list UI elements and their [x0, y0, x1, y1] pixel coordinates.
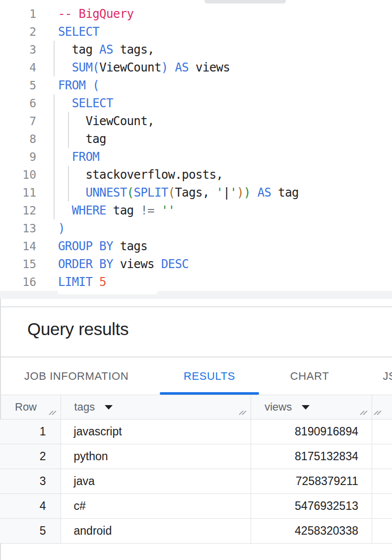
- line-number: 14: [0, 237, 36, 255]
- tags-cell[interactable]: javascript: [61, 420, 252, 444]
- column-resize-handle-icon[interactable]: [374, 410, 382, 416]
- tab-chart[interactable]: CHART: [266, 357, 353, 395]
- code-line[interactable]: 9 FROM: [0, 148, 392, 166]
- views-cell[interactable]: 8175132834: [251, 444, 372, 469]
- line-number: 9: [0, 148, 36, 166]
- column-resize-handle-icon[interactable]: [239, 410, 247, 416]
- line-number: 1: [0, 5, 36, 23]
- code-text: SELECT: [36, 94, 113, 112]
- code-text: UNNEST(SPLIT(Tags, '|')) AS tag: [36, 184, 299, 202]
- row-number-cell[interactable]: 4: [0, 494, 61, 518]
- code-text: FROM (: [36, 76, 99, 94]
- line-number: 5: [0, 76, 36, 94]
- code-line[interactable]: 10 stackoverflow.posts,: [0, 166, 392, 184]
- code-line[interactable]: 1-- BigQuery: [0, 5, 392, 23]
- editor-top-scrollbar-track: [0, 0, 392, 4]
- column-resize-handle-icon[interactable]: [360, 410, 368, 416]
- line-number: 7: [0, 112, 36, 130]
- tab-label: JOB INFORMATION: [24, 370, 129, 383]
- column-header-extra[interactable]: [372, 395, 392, 419]
- line-number: 3: [0, 41, 36, 59]
- column-header-views[interactable]: views: [251, 395, 372, 419]
- editor-bottom-scrollbar-track: [0, 291, 392, 299]
- row-number-cell[interactable]: 2: [0, 444, 61, 469]
- row-number-cell[interactable]: 1: [0, 420, 61, 444]
- tags-cell[interactable]: python: [61, 444, 252, 469]
- results-tab-bar: JOB INFORMATIONRESULTSCHARTJSON: [0, 357, 392, 395]
- line-number: 2: [0, 23, 36, 41]
- table-row: 2python8175132834: [0, 444, 392, 469]
- views-cell[interactable]: 8190916894: [251, 420, 372, 444]
- column-menu-arrow-icon[interactable]: [302, 405, 310, 410]
- tab-job-information[interactable]: JOB INFORMATION: [0, 357, 153, 395]
- indent-guide: [54, 41, 55, 76]
- code-text: ): [36, 219, 65, 237]
- indent-guide: [68, 166, 69, 202]
- line-number: 15: [0, 255, 36, 273]
- views-cell[interactable]: 7258379211: [251, 469, 372, 493]
- line-number: 10: [0, 166, 36, 184]
- indent-guide: [68, 112, 69, 148]
- code-line[interactable]: 8 tag: [0, 130, 392, 148]
- code-line[interactable]: 12 WHERE tag != '': [0, 202, 392, 219]
- results-table: Rowtagsviews 1javascript81909168942pytho…: [0, 395, 392, 544]
- query-results-panel-header: Query results: [0, 306, 392, 357]
- row-number-cell[interactable]: 5: [0, 519, 61, 543]
- line-number: 16: [0, 273, 36, 291]
- divider-gap: [0, 299, 392, 306]
- code-text: FROM: [36, 148, 99, 166]
- code-lines: 1-- BigQuery2SELECT3 tag AS tags,4 SUM(V…: [0, 5, 392, 291]
- line-number: 8: [0, 130, 36, 148]
- table-row: 5android4258320338: [0, 519, 392, 544]
- column-header-label: Row: [15, 401, 37, 414]
- tab-json[interactable]: JSON: [353, 357, 392, 395]
- code-line[interactable]: 14GROUP BY tags: [0, 237, 392, 255]
- tags-cell[interactable]: c#: [61, 494, 252, 518]
- code-line[interactable]: 7 ViewCount,: [0, 112, 392, 130]
- column-header-tags[interactable]: tags: [61, 395, 252, 419]
- code-text: SUM(ViewCount) AS views: [36, 59, 230, 76]
- indent-guide: [54, 94, 55, 219]
- extra-cell: [372, 519, 392, 543]
- line-number: 4: [0, 59, 36, 76]
- table-body: 1javascript81909168942python81751328343j…: [0, 420, 392, 544]
- line-number: 6: [0, 94, 36, 112]
- extra-cell: [372, 420, 392, 444]
- code-line[interactable]: 3 tag AS tags,: [0, 41, 392, 59]
- code-line[interactable]: 15ORDER BY views DESC: [0, 255, 392, 273]
- code-text: stackoverflow.posts,: [36, 166, 223, 184]
- extra-cell: [372, 444, 392, 469]
- horizontal-scrollbar-thumb-icon[interactable]: [204, 0, 286, 3]
- sql-code-editor[interactable]: 1-- BigQuery2SELECT3 tag AS tags,4 SUM(V…: [0, 4, 392, 291]
- code-text: ORDER BY views DESC: [36, 255, 189, 273]
- tab-label: RESULTS: [184, 370, 235, 383]
- code-line[interactable]: 2SELECT: [0, 23, 392, 41]
- row-number-cell[interactable]: 3: [0, 469, 61, 493]
- bigquery-results-page: 1-- BigQuery2SELECT3 tag AS tags,4 SUM(V…: [0, 0, 392, 560]
- editor-scrollbar-thumb-icon[interactable]: [58, 288, 158, 294]
- table-row: 1javascript8190916894: [0, 420, 392, 444]
- views-cell[interactable]: 5476932513: [251, 494, 372, 518]
- code-text: GROUP BY tags: [36, 237, 147, 255]
- code-text: -- BigQuery: [36, 5, 133, 23]
- extra-cell: [372, 469, 392, 493]
- code-line[interactable]: 5FROM (: [0, 76, 392, 94]
- footer-space: [0, 544, 392, 560]
- tags-cell[interactable]: android: [61, 519, 252, 543]
- code-line[interactable]: 11 UNNEST(SPLIT(Tags, '|')) AS tag: [0, 184, 392, 202]
- column-resize-handle-icon[interactable]: [49, 410, 57, 416]
- code-line[interactable]: 13): [0, 219, 392, 237]
- line-number: 13: [0, 219, 36, 237]
- views-cell[interactable]: 4258320338: [251, 519, 372, 543]
- tags-cell[interactable]: java: [61, 469, 252, 493]
- tab-label: CHART: [290, 370, 329, 383]
- table-row: 3java7258379211: [0, 469, 392, 494]
- column-header-Row[interactable]: Row: [0, 395, 61, 419]
- table-header-row: Rowtagsviews: [0, 395, 392, 420]
- column-menu-arrow-icon[interactable]: [105, 405, 113, 410]
- code-line[interactable]: 4 SUM(ViewCount) AS views: [0, 59, 392, 76]
- code-line[interactable]: 6 SELECT: [0, 94, 392, 112]
- code-text: SELECT: [36, 23, 99, 41]
- active-tab-underline: [160, 392, 259, 395]
- tab-results[interactable]: RESULTS: [153, 357, 266, 395]
